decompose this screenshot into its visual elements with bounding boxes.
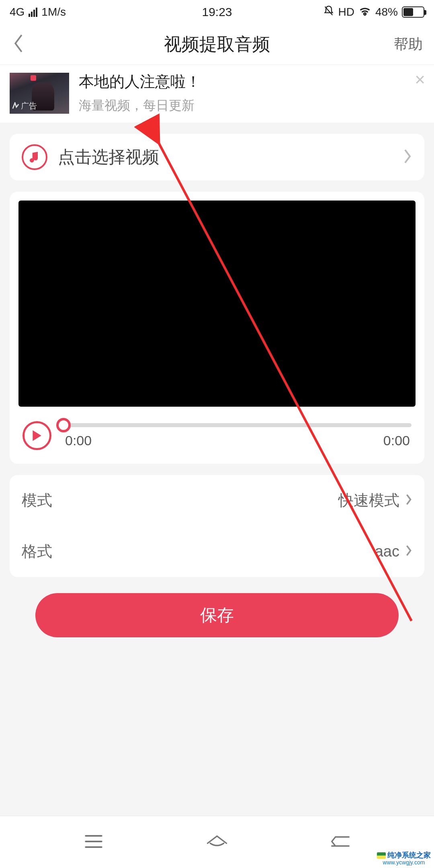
ad-title: 本地的人注意啦！ xyxy=(79,72,424,92)
setting-mode-value: 快速模式 xyxy=(338,490,399,511)
chevron-right-icon xyxy=(405,543,412,560)
network-label: 4G xyxy=(10,6,25,18)
help-button[interactable]: 帮助 xyxy=(394,35,423,54)
save-button[interactable]: 保存 xyxy=(35,593,399,637)
system-nav-bar xyxy=(0,816,434,868)
dnd-icon xyxy=(323,5,334,19)
wifi-icon xyxy=(358,6,371,19)
network-speed: 1M/s xyxy=(41,6,66,18)
time-current: 0:00 xyxy=(65,433,92,448)
select-video-row[interactable]: 点击选择视频 xyxy=(10,134,424,180)
chevron-right-icon xyxy=(405,492,412,509)
ad-banner[interactable]: 广告 本地的人注意啦！ 海量视频，每日更新 × xyxy=(0,65,434,123)
watermark: 纯净系统之家 www.ycwgjy.com xyxy=(375,851,432,866)
hd-label: HD xyxy=(338,6,354,18)
ad-text: 本地的人注意啦！ 海量视频，每日更新 xyxy=(79,72,424,115)
nav-recent-button[interactable] xyxy=(82,830,105,854)
setting-mode-label: 模式 xyxy=(22,490,52,511)
setting-format-row[interactable]: 格式 aac xyxy=(10,526,424,577)
setting-mode-row[interactable]: 模式 快速模式 xyxy=(10,475,424,526)
signal-icon xyxy=(29,7,37,17)
player-card: 0:00 0:00 xyxy=(10,192,424,464)
ad-thumbnail: 广告 xyxy=(10,73,69,114)
battery-pct: 48% xyxy=(375,6,398,18)
chevron-right-icon xyxy=(403,148,412,166)
select-video-label: 点击选择视频 xyxy=(58,146,392,168)
page-title: 视频提取音频 xyxy=(164,33,270,56)
back-button[interactable] xyxy=(11,33,26,55)
battery-icon xyxy=(402,6,424,18)
slider-thumb[interactable] xyxy=(56,418,71,432)
ad-close-button[interactable]: × xyxy=(415,71,425,88)
music-icon xyxy=(22,144,47,170)
ad-badge: 广告 xyxy=(12,100,37,111)
status-time: 19:23 xyxy=(202,5,232,19)
status-right-group: HD 48% xyxy=(323,5,425,19)
nav-home-button[interactable] xyxy=(206,830,228,854)
video-preview[interactable] xyxy=(18,201,416,407)
save-label: 保存 xyxy=(200,604,234,626)
play-button[interactable] xyxy=(23,421,51,450)
setting-format-value: aac xyxy=(375,543,399,560)
status-left-group: 4G 1M/s xyxy=(10,6,66,18)
ad-subtitle: 海量视频，每日更新 xyxy=(79,97,424,115)
nav-back-button[interactable] xyxy=(329,830,352,854)
time-total: 0:00 xyxy=(383,433,410,448)
settings-card: 模式 快速模式 格式 aac xyxy=(10,475,424,577)
status-bar: 4G 1M/s 19:23 HD 48% xyxy=(0,0,434,24)
seek-slider[interactable]: 0:00 0:00 xyxy=(63,423,411,448)
setting-format-label: 格式 xyxy=(22,541,52,562)
header: 视频提取音频 帮助 xyxy=(0,24,434,64)
